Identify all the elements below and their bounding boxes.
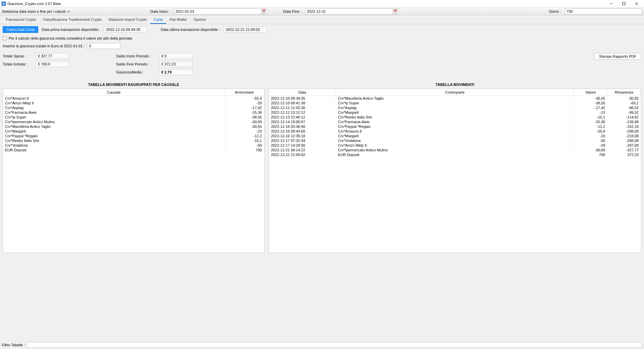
table-movimenti-panel: TABELLA MOVIMENTI DataControparteValoreR… xyxy=(269,81,641,253)
table-row[interactable]: 2022-12-16 03:36:40Crv*Paypal *Regalo-12… xyxy=(269,124,641,129)
table-row[interactable]: Crv*Vodafone-50 xyxy=(3,143,264,148)
table-row[interactable]: Crv*Macelleria Antico Taglio-30,55 xyxy=(3,124,264,129)
table-movimenti-title: TABELLA MOVIMENTI xyxy=(269,81,641,89)
totale-entrate-value: € 700.0 xyxy=(36,61,69,67)
app-icon: € xyxy=(1,1,6,6)
table-row[interactable]: 2022-12-12 13:12:12Crv*Margarit-13-99,52 xyxy=(269,110,641,115)
column-header[interactable]: Data xyxy=(269,89,336,96)
data-inizio-label: Data Inizio : xyxy=(150,9,170,13)
checkbox-label: Per il calcolo della giacenza media cons… xyxy=(9,36,132,40)
totale-entrate-label: Totale Entrate : xyxy=(3,62,33,66)
titlebar: € Giacenze_Crypto.com 1.07 Beta xyxy=(0,0,644,7)
first-tx-label: Data prima transazione disponibile : xyxy=(42,28,100,32)
calendar-icon[interactable]: 📅 xyxy=(393,9,397,14)
summary-section: Totale Spese : € 327.77 Totale Entrate :… xyxy=(0,50,644,78)
table-row[interactable]: Crv*Farmacia Aieie-25,36 xyxy=(3,110,264,115)
table-row[interactable]: Crv*Aspiag-17,42 xyxy=(3,105,264,110)
data-inizio-input[interactable]: 2021-01-01 📅 xyxy=(174,8,268,14)
svg-text:€: € xyxy=(3,2,4,5)
giorni-input[interactable]: 730 xyxy=(565,8,642,14)
table-row[interactable]: 2022-12-13 12:46:12Crv*Reebs Italia Srls… xyxy=(269,115,641,119)
column-header[interactable]: Controparte xyxy=(336,89,574,96)
tab-carta[interactable]: Carta xyxy=(150,16,166,24)
data-inizio-value: 2021-01-01 xyxy=(175,9,194,13)
column-header[interactable]: Valore xyxy=(574,89,607,96)
table-row[interactable]: Crv*Ip Super-38,55 xyxy=(3,115,264,119)
window-title: Giacenze_Crypto.com 1.07 Beta xyxy=(7,2,605,6)
table-causale-panel: TABELLA MOVIMENTI RAGRUPPATI PER CAUSALE… xyxy=(3,81,265,253)
table-causale: CausaleAmmontare Crv*Amazon.It-55,9Crv*A… xyxy=(3,89,264,152)
pdf-report-button[interactable]: Stampa Rapporto PDF xyxy=(594,53,641,60)
table-row[interactable]: EUR Deposit700 xyxy=(3,148,264,152)
giacenza-media-label: GiacenzaMedia : xyxy=(116,70,156,74)
data-fine-label: Data Fine : xyxy=(283,9,301,13)
saldo-fine-label: Saldo Fine Periodo : xyxy=(116,62,156,66)
totale-spese-value: € 327.77 xyxy=(36,53,69,59)
tab-transazioni-crypto[interactable]: Transazioni Crypto xyxy=(2,16,40,24)
table-row[interactable]: Crv*Ipermercato Antico Mulino-30,69 xyxy=(3,119,264,124)
table-row[interactable]: 2022-12-11 11:02:30Crv*Aspiag-17,42-86,5… xyxy=(269,105,641,110)
minimize-button[interactable] xyxy=(605,0,617,7)
data-fine-input[interactable]: 2022-12-31 📅 xyxy=(305,8,399,14)
giacenza-media-value: € 2.79 xyxy=(159,69,193,75)
last-tx-value: 2022-12-21 21:09:02 xyxy=(223,27,267,33)
select-date-label: Seleziona data inizio e fine per i calco… xyxy=(2,9,70,13)
tab-calssificazione-trasferimenti-crypto[interactable]: Calssificazione Trasferimenti Crypto xyxy=(40,16,105,24)
main-tabs: Transazioni CryptoCalssificazione Trasfe… xyxy=(0,15,644,24)
checkbox-row: Per il calcolo della giacenza media cons… xyxy=(0,35,644,42)
initial-balance-label: Inserire la giacenza inziale in Euro al … xyxy=(3,44,85,48)
table-row[interactable]: Crv*Amzn Mktp It-29 xyxy=(3,101,264,105)
initial-balance-row: Inserire la giacenza inziale in Euro al … xyxy=(0,42,644,50)
saldo-fine-value: € 372.23 xyxy=(159,61,193,67)
table-row[interactable]: 2022-12-10 09:41:38Crv*Ip Super-38,55-69… xyxy=(269,101,641,105)
tables-area: TABELLA MOVIMENTI RAGRUPPATI PER CAUSALE… xyxy=(0,78,644,256)
table-movimenti-wrap[interactable]: DataControparteValoreRimanenze 2022-12-1… xyxy=(269,89,641,253)
table-causale-title: TABELLA MOVIMENTI RAGRUPPATI PER CAUSALE xyxy=(3,81,265,89)
column-header[interactable]: Causale xyxy=(3,89,225,96)
table-row[interactable]: Crv*Reebs Italia Srls-15,1 xyxy=(3,138,264,143)
close-button[interactable] xyxy=(631,0,643,7)
maximize-button[interactable] xyxy=(618,0,630,7)
load-card-data-button[interactable]: Carica Dati Carta xyxy=(3,26,38,33)
saldo-inizio-value: € 0 xyxy=(159,53,193,59)
column-header[interactable]: Ammontare xyxy=(225,89,264,96)
tab-fiat-wallet[interactable]: Fiat Wallet xyxy=(166,16,190,24)
saldo-inizio-label: Saldo Inizio Periodo : xyxy=(116,54,156,58)
giorni-label: Giorni : xyxy=(549,9,561,13)
last-tx-label: Data ultima transazione disponibile : xyxy=(161,28,220,32)
table-row[interactable]: Crv*Amazon.It-55,9 xyxy=(3,96,264,101)
initial-balance-input[interactable] xyxy=(87,43,120,49)
table-row[interactable]: Crv*Paypal *Regalo-12,2 xyxy=(3,134,264,138)
table-row[interactable]: 2022-12-16 12:35:18Crv*Margarit-10-218,0… xyxy=(269,134,641,138)
tab-opzioni[interactable]: Opzioni xyxy=(190,16,209,24)
table-causale-wrap[interactable]: CausaleAmmontare Crv*Amazon.It-55,9Crv*A… xyxy=(3,89,265,253)
date-selection-bar: Seleziona data inizio e fine per i calco… xyxy=(0,7,644,15)
table-row[interactable]: 2022-12-21 08:14:22Crv*Ipermercato Antic… xyxy=(269,148,641,152)
giacenza-media-checkbox[interactable] xyxy=(3,36,7,40)
table-row[interactable]: 2022-12-17 14:28:00Crv*Amzn Mktp It-29-2… xyxy=(269,143,641,148)
tab-sitazione-import-crypto[interactable]: Sitazione Import Crypto xyxy=(105,16,150,24)
action-row: Carica Dati Carta Data prima transazione… xyxy=(0,24,644,35)
giorni-value: 730 xyxy=(567,9,573,13)
table-row[interactable]: 2022-12-10 09:34:35Crv*Macelleria Antico… xyxy=(269,96,641,101)
totale-spese-label: Totale Spese : xyxy=(3,54,33,58)
table-row[interactable]: 2022-12-21 21:09:02EUR Deposit700372,23 xyxy=(269,152,641,157)
calendar-icon[interactable]: 📅 xyxy=(261,9,266,14)
table-row[interactable]: Crv*Margarit-23 xyxy=(3,129,264,134)
first-tx-value: 2022-12-10 09:34:35 xyxy=(104,27,147,33)
data-fine-value: 2022-12-31 xyxy=(307,9,326,13)
column-header[interactable]: Rimanenze xyxy=(607,89,641,96)
table-row[interactable]: 2022-12-17 07:32:34Crv*Vodafone-50-268,0… xyxy=(269,138,641,143)
svg-rect-3 xyxy=(623,2,625,5)
table-row[interactable]: 2022-12-14 19:00:07Crv*Farmacia Aieie-25… xyxy=(269,119,641,124)
table-row[interactable]: 2022-12-16 09:43:00Crv*Amazon.It-55,9-20… xyxy=(269,129,641,134)
table-movimenti: DataControparteValoreRimanenze 2022-12-1… xyxy=(269,89,641,157)
